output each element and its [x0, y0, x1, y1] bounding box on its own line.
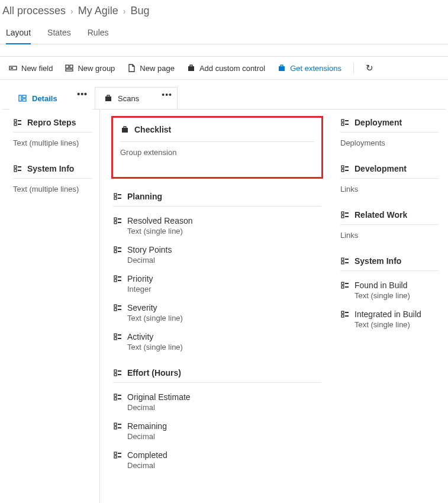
chevron-right-icon: ›	[123, 7, 126, 16]
page-tab-scans-label: Scans	[118, 94, 139, 103]
group-repro-title: Repro Steps	[27, 118, 76, 127]
field-severity[interactable]: Severity Text (single line)	[113, 303, 321, 323]
field-label: Severity	[127, 303, 157, 312]
fieldrow-icon	[113, 368, 123, 378]
fieldrow-icon	[113, 421, 123, 431]
field-label: Integrated in Build	[354, 309, 421, 319]
field-completed[interactable]: Completed Decimal	[113, 450, 321, 470]
field-integrated-in-build[interactable]: Integrated in Build Text (single line)	[340, 309, 439, 329]
group-development-title: Development	[354, 164, 407, 173]
field-original-estimate[interactable]: Original Estimate Decimal	[113, 392, 321, 412]
group-repro-steps[interactable]: Repro Steps Text (multiple lines)	[13, 118, 92, 147]
field-type: Decimal	[113, 461, 321, 470]
field-resolved-reason[interactable]: Resolved Reason Text (single line)	[113, 216, 321, 236]
group-development[interactable]: Development Links	[340, 164, 439, 194]
page-tab-details[interactable]: Details •••	[9, 87, 92, 109]
field-label: Found in Build	[354, 280, 408, 290]
page-tab-details-more[interactable]: •••	[77, 89, 88, 99]
fieldrow-icon	[113, 392, 123, 402]
column-middle: Checklist Group extension Planning Resol…	[100, 109, 333, 503]
fieldrow-icon	[340, 280, 350, 290]
extension-icon	[120, 125, 130, 134]
tab-rules[interactable]: Rules	[88, 24, 109, 44]
new-group-button[interactable]: New group	[65, 63, 115, 73]
nav-tabs: Layout States Rules	[0, 21, 448, 44]
field-remaining[interactable]: Remaining Decimal	[113, 421, 321, 441]
field-activity[interactable]: Activity Text (single line)	[113, 332, 321, 352]
group-effort[interactable]: Effort (Hours) Original Estimate Decimal…	[113, 368, 321, 470]
group-related-work[interactable]: Related Work Links	[340, 210, 439, 240]
group-related-sub: Links	[340, 231, 439, 240]
page-tab-details-label: Details	[32, 94, 57, 103]
crumb-all-processes[interactable]: All processes	[2, 5, 66, 17]
page-tab-scans-more[interactable]: •••	[162, 90, 172, 99]
breadcrumb: All processes › My Agile › Bug	[0, 0, 448, 21]
extension-icon	[186, 63, 196, 73]
tab-states[interactable]: States	[47, 24, 71, 44]
fieldrow-icon	[340, 256, 350, 266]
field-type: Text (single line)	[113, 227, 321, 236]
layout-content: Repro Steps Text (multiple lines) System…	[2, 109, 446, 503]
page-icon	[127, 63, 136, 73]
crumb-workitemtype[interactable]: Bug	[130, 5, 149, 17]
fieldrow-icon	[340, 164, 350, 173]
group-checklist-sub: Group extension	[120, 148, 314, 157]
fieldrow-icon	[113, 303, 123, 312]
chevron-right-icon: ›	[70, 7, 73, 16]
group-checklist[interactable]: Checklist Group extension	[120, 125, 314, 157]
crumb-process[interactable]: My Agile	[78, 5, 118, 17]
new-group-label: New group	[78, 64, 115, 73]
group-icon	[65, 63, 74, 73]
new-page-label: New page	[140, 64, 175, 73]
fieldrow-icon	[113, 332, 123, 341]
layout-icon	[18, 93, 27, 103]
add-custom-control-button[interactable]: Add custom control	[186, 63, 265, 73]
group-related-title: Related Work	[354, 210, 407, 220]
fieldrow-icon	[113, 216, 123, 225]
field-label: Resolved Reason	[127, 216, 193, 225]
fieldrow-icon	[113, 245, 123, 254]
tab-layout[interactable]: Layout	[6, 24, 31, 44]
group-development-sub: Links	[340, 185, 439, 194]
field-label: Story Points	[127, 245, 172, 254]
group-deployment[interactable]: Deployment Deployments	[340, 118, 439, 147]
fieldrow-icon	[113, 450, 123, 460]
group-checklist-title: Checklist	[134, 125, 171, 134]
field-priority[interactable]: Priority Integer	[113, 274, 321, 294]
get-extensions-link[interactable]: Get extensions	[277, 63, 341, 73]
field-type: Integer	[113, 285, 321, 294]
group-repro-type: Text (multiple lines)	[13, 138, 92, 147]
field-label: Priority	[127, 274, 153, 283]
group-planning[interactable]: Planning Resolved Reason Text (single li…	[113, 192, 321, 352]
field-found-in-build[interactable]: Found in Build Text (single line)	[340, 280, 439, 300]
field-type: Text (single line)	[340, 291, 439, 300]
group-system-info-left[interactable]: System Info Text (multiple lines)	[13, 164, 92, 194]
field-label: Original Estimate	[127, 392, 191, 402]
group-system-info-right[interactable]: System Info Found in Build Text (single …	[340, 256, 439, 329]
field-type: Decimal	[113, 256, 321, 265]
fieldrow-icon	[113, 274, 123, 283]
refresh-button[interactable]: ↻	[366, 63, 373, 73]
fieldrow-icon	[340, 118, 350, 127]
new-page-button[interactable]: New page	[127, 63, 175, 73]
field-label: Remaining	[127, 421, 167, 431]
fieldrow-icon	[13, 164, 22, 173]
toolbar-separator	[353, 63, 354, 73]
fieldrow-icon	[340, 210, 350, 220]
new-field-button[interactable]: New field	[8, 63, 53, 73]
group-effort-title: Effort (Hours)	[127, 368, 181, 378]
field-type: Decimal	[113, 432, 321, 441]
fieldrow-icon	[113, 192, 123, 201]
group-systeminfo-title: System Info	[27, 164, 74, 173]
extension-icon	[277, 63, 286, 73]
toolbar: New field New group New page Add custom …	[0, 56, 448, 80]
extension-icon	[104, 93, 113, 103]
field-label: Activity	[127, 332, 153, 341]
field-story-points[interactable]: Story Points Decimal	[113, 245, 321, 265]
field-type: Text (single line)	[340, 320, 439, 329]
field-icon	[8, 63, 18, 73]
new-field-label: New field	[21, 64, 53, 73]
page-tab-scans[interactable]: Scans •••	[95, 87, 178, 109]
fieldrow-icon	[13, 118, 22, 127]
highlight-checklist: Checklist Group extension	[111, 116, 323, 179]
